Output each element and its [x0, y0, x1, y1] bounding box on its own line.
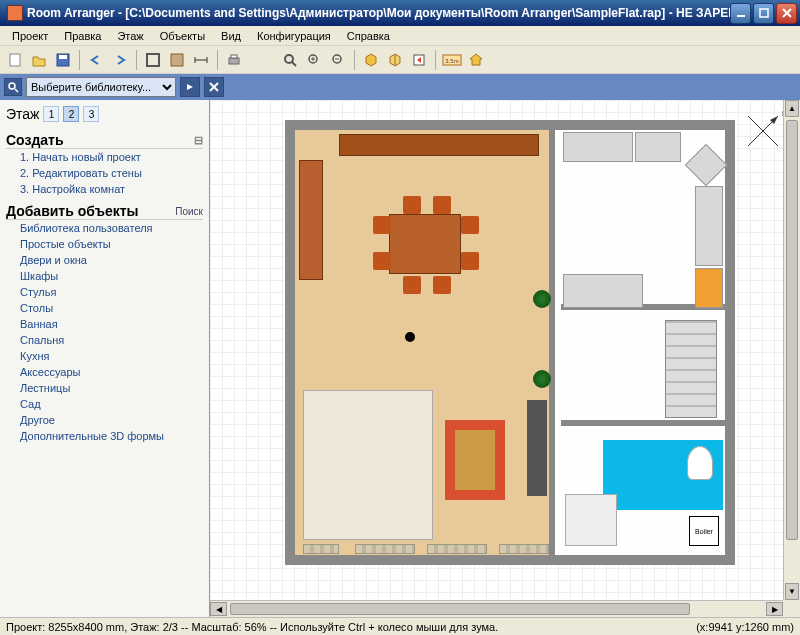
menu-help[interactable]: Справка	[339, 28, 398, 44]
boiler[interactable]: Boiler	[689, 516, 719, 546]
rug-1[interactable]	[303, 544, 339, 554]
cat-stairs[interactable]: Лестницы	[6, 380, 203, 396]
side-cabinet[interactable]	[299, 160, 323, 280]
save-button[interactable]	[52, 49, 74, 71]
cat-bathroom[interactable]: Ванная	[6, 316, 203, 332]
content-area: Этаж 1 2 3 Создать ⊟ 1. Начать новый про…	[0, 100, 800, 617]
menu-objects[interactable]: Объекты	[152, 28, 213, 44]
menu-floor[interactable]: Этаж	[109, 28, 151, 44]
maximize-button[interactable]	[753, 3, 774, 24]
plant-2[interactable]	[533, 370, 551, 388]
cat-accessories[interactable]: Аксессуары	[6, 364, 203, 380]
create-section-head: Создать ⊟	[6, 132, 203, 149]
chair-4[interactable]	[461, 252, 479, 270]
zoom-button[interactable]	[279, 49, 301, 71]
create-item-walls[interactable]: 2. Редактировать стены	[6, 165, 203, 181]
create-item-new[interactable]: 1. Начать новый проект	[6, 149, 203, 165]
cat-3d-shapes[interactable]: Дополнительные 3D формы	[6, 428, 203, 444]
horizontal-scrollbar[interactable]: ◀ ▶	[210, 600, 783, 617]
h-scroll-thumb[interactable]	[230, 603, 690, 615]
compass-icon: N	[738, 106, 788, 156]
chair-7[interactable]	[403, 276, 421, 294]
library-select[interactable]: Выберите библиотеку...	[26, 77, 176, 97]
scroll-down-icon[interactable]: ▼	[785, 583, 799, 600]
floor-3-button[interactable]: 3	[83, 106, 99, 122]
chair-5[interactable]	[403, 196, 421, 214]
toilet[interactable]	[687, 446, 713, 480]
scroll-right-icon[interactable]: ▶	[766, 602, 783, 616]
cat-kitchen[interactable]: Кухня	[6, 348, 203, 364]
library-close-button[interactable]	[204, 77, 224, 97]
counter-1[interactable]	[563, 132, 633, 162]
sofa[interactable]	[303, 390, 433, 540]
home-button[interactable]	[465, 49, 487, 71]
sidebar: Этаж 1 2 3 Создать ⊟ 1. Начать новый про…	[0, 100, 210, 617]
scroll-corner	[783, 600, 800, 617]
menu-project[interactable]: Проект	[4, 28, 56, 44]
redo-button[interactable]	[109, 49, 131, 71]
add-search-link[interactable]: Поиск	[175, 206, 203, 217]
rug-2[interactable]	[355, 544, 415, 554]
close-button[interactable]	[776, 3, 797, 24]
coffee-table[interactable]	[445, 420, 505, 500]
scroll-left-icon[interactable]: ◀	[210, 602, 227, 616]
tv-unit[interactable]	[527, 400, 547, 496]
view3d-button[interactable]	[360, 49, 382, 71]
chair-2[interactable]	[373, 252, 391, 270]
chair-8[interactable]	[433, 276, 451, 294]
view3d-alt-button[interactable]	[384, 49, 406, 71]
svg-rect-6	[59, 55, 67, 59]
floorplan[interactable]: Boiler	[285, 120, 735, 565]
undo-button[interactable]	[85, 49, 107, 71]
cat-garden[interactable]: Сад	[6, 396, 203, 412]
counter-4[interactable]	[695, 268, 723, 308]
v-scroll-thumb[interactable]	[786, 120, 798, 540]
walls-button[interactable]	[142, 49, 164, 71]
counter-3[interactable]	[695, 186, 723, 266]
minimize-button[interactable]	[730, 3, 751, 24]
stairs[interactable]	[665, 320, 717, 418]
open-button[interactable]	[28, 49, 50, 71]
export-button[interactable]	[408, 49, 430, 71]
floor-1-button[interactable]: 1	[43, 106, 59, 122]
menu-edit[interactable]: Правка	[56, 28, 109, 44]
counter-2[interactable]	[635, 132, 681, 162]
cat-simple[interactable]: Простые объекты	[6, 236, 203, 252]
scroll-up-icon[interactable]: ▲	[785, 100, 799, 117]
status-left: Проект: 8255x8400 mm, Этаж: 2/3 -- Масшт…	[6, 621, 498, 633]
chair-3[interactable]	[461, 216, 479, 234]
new-button[interactable]	[4, 49, 26, 71]
cat-doors-windows[interactable]: Двери и окна	[6, 252, 203, 268]
menu-config[interactable]: Конфигурация	[249, 28, 339, 44]
dining-table[interactable]	[389, 214, 461, 274]
cat-cabinets[interactable]: Шкафы	[6, 268, 203, 284]
zoom-out-button[interactable]	[327, 49, 349, 71]
island[interactable]	[563, 274, 643, 308]
dimensions-button[interactable]	[190, 49, 212, 71]
create-item-rooms[interactable]: 3. Настройка комнат	[6, 181, 203, 197]
vertical-scrollbar[interactable]: ▲ ▼	[783, 100, 800, 600]
library-go-button[interactable]	[180, 77, 200, 97]
cat-chairs[interactable]: Стулья	[6, 284, 203, 300]
measure-button[interactable]: 3.5m	[441, 49, 463, 71]
print-button[interactable]	[223, 49, 245, 71]
cat-tables[interactable]: Столы	[6, 300, 203, 316]
rug-3[interactable]	[427, 544, 487, 554]
floor-lamp[interactable]	[405, 332, 415, 342]
top-cabinet[interactable]	[339, 134, 539, 156]
statusbar: Проект: 8255x8400 mm, Этаж: 2/3 -- Масшт…	[0, 617, 800, 635]
canvas[interactable]: Boiler N ▲ ▼ ◀ ▶	[210, 100, 800, 617]
chair-1[interactable]	[373, 216, 391, 234]
zoom-in-button[interactable]	[303, 49, 325, 71]
plant-1[interactable]	[533, 290, 551, 308]
cat-bedroom[interactable]: Спальня	[6, 332, 203, 348]
cat-other[interactable]: Другое	[6, 412, 203, 428]
floor-2-button[interactable]: 2	[63, 106, 79, 122]
rooms-button[interactable]	[166, 49, 188, 71]
rug-4[interactable]	[499, 544, 549, 554]
cat-user-library[interactable]: Библиотека пользователя	[6, 220, 203, 236]
chair-6[interactable]	[433, 196, 451, 214]
shower[interactable]	[565, 494, 617, 546]
collapse-icon[interactable]: ⊟	[194, 134, 203, 147]
menu-view[interactable]: Вид	[213, 28, 249, 44]
